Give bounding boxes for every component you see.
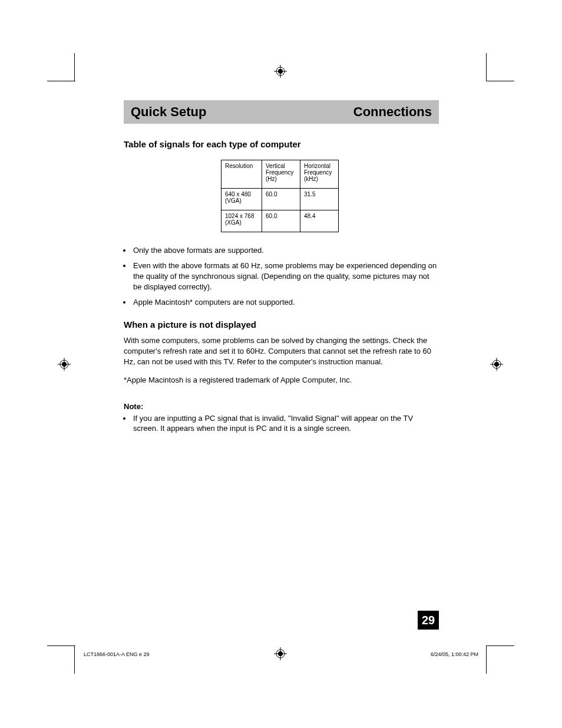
table-cell: 48.4 bbox=[300, 210, 339, 232]
list-item: Even with the above formats at 60 Hz, so… bbox=[132, 261, 439, 292]
crop-mark bbox=[486, 645, 514, 646]
page-number: 29 bbox=[418, 611, 439, 630]
crop-mark bbox=[486, 53, 487, 81]
crop-mark bbox=[486, 81, 514, 81]
bullet-list: Only the above formats are supported. Ev… bbox=[124, 245, 439, 308]
crop-mark bbox=[47, 81, 75, 81]
table-cell: 31.5 bbox=[300, 189, 339, 210]
table-cell: 60.0 bbox=[262, 189, 300, 210]
footer-right: 6/24/05, 1:00:42 PM bbox=[431, 651, 478, 657]
signals-table-wrap: Resolution Vertical Frequency (Hz) Horiz… bbox=[221, 160, 439, 232]
table-header-row: Resolution Vertical Frequency (Hz) Horiz… bbox=[222, 160, 339, 189]
list-item: If you are inputting a PC signal that is… bbox=[132, 413, 439, 434]
crop-mark bbox=[74, 53, 75, 81]
table-cell: 640 x 480 (VGA) bbox=[222, 189, 262, 210]
section-heading-signals: Table of signals for each type of comput… bbox=[124, 139, 439, 149]
registration-mark-icon bbox=[274, 65, 287, 78]
table-header-cell: Horizontal Frequency (kHz) bbox=[300, 160, 339, 189]
footer-left: LCT1866-001A-A ENG e 29 bbox=[84, 651, 150, 657]
page-content: Quick Setup Connections Table of signals… bbox=[124, 100, 439, 434]
registration-mark-icon bbox=[58, 358, 71, 371]
header-left: Quick Setup bbox=[131, 104, 206, 120]
registration-mark-icon bbox=[490, 358, 503, 371]
header-right: Connections bbox=[353, 104, 432, 120]
note-list: If you are inputting a PC signal that is… bbox=[124, 413, 439, 434]
list-item: Only the above formats are supported. bbox=[132, 245, 439, 256]
crop-mark bbox=[47, 645, 75, 646]
section-heading-picture: When a picture is not displayed bbox=[124, 319, 439, 330]
header-bar: Quick Setup Connections bbox=[124, 100, 439, 124]
table-row: 1024 x 768 (XGA) 60.0 48.4 bbox=[222, 210, 339, 232]
note-label: Note: bbox=[124, 402, 439, 411]
list-item: Apple Macintosh* computers are not suppo… bbox=[132, 297, 439, 308]
signals-table: Resolution Vertical Frequency (Hz) Horiz… bbox=[221, 160, 339, 232]
table-cell: 60.0 bbox=[262, 210, 300, 232]
table-cell: 1024 x 768 (XGA) bbox=[222, 210, 262, 232]
table-header-cell: Vertical Frequency (Hz) bbox=[262, 160, 300, 189]
body-paragraph: With some computers, some problems can b… bbox=[124, 335, 439, 367]
registration-mark-icon bbox=[274, 647, 287, 660]
crop-mark bbox=[486, 645, 487, 674]
table-row: 640 x 480 (VGA) 60.0 31.5 bbox=[222, 189, 339, 210]
table-header-cell: Resolution bbox=[222, 160, 262, 189]
crop-mark bbox=[74, 645, 75, 674]
document-page: Quick Setup Connections Table of signals… bbox=[0, 0, 562, 728]
trademark-text: *Apple Macintosh is a registered tradema… bbox=[124, 375, 439, 384]
